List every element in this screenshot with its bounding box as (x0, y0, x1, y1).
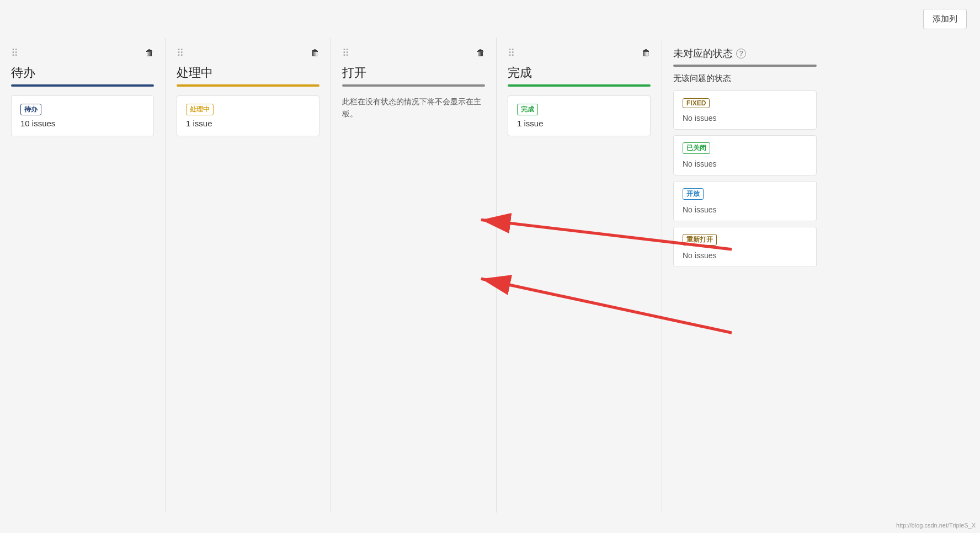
drag-handle-icon[interactable] (342, 47, 349, 59)
unmapped-card-fixed[interactable]: FIXED No issues (673, 90, 817, 130)
column-bar-done (508, 84, 651, 87)
help-icon[interactable]: ? (736, 49, 746, 58)
column-bar-open (342, 84, 485, 87)
delete-column-icon[interactable] (311, 48, 319, 58)
status-badge-todo: 待办 (20, 104, 41, 115)
status-badge-fixed: FIXED (683, 98, 710, 108)
column-bar-todo (11, 84, 154, 87)
card-inprogress[interactable]: 处理中 1 issue (177, 95, 319, 136)
delete-column-icon[interactable] (476, 48, 485, 58)
column-done: 完成 完成 1 issue (497, 38, 662, 513)
card-done[interactable]: 完成 1 issue (508, 95, 651, 136)
unmapped-subtitle: 无该问题的状态 (673, 73, 817, 84)
unmapped-column: 未对应的状态 ? 无该问题的状态 FIXED No issues 已关闭 No … (662, 38, 828, 513)
drag-handle-icon[interactable] (11, 47, 18, 59)
issue-count-done: 1 issue (517, 119, 641, 128)
no-issues-reopen: No issues (683, 251, 807, 260)
delete-column-icon[interactable] (145, 48, 154, 58)
delete-column-icon[interactable] (642, 48, 651, 58)
column-title-todo: 待办 (11, 65, 154, 81)
no-issues-fixed: No issues (683, 114, 807, 122)
unmapped-card-closed[interactable]: 已关闭 No issues (673, 135, 817, 175)
status-badge-reopen: 重新打开 (683, 234, 717, 246)
column-title-open: 打开 (342, 65, 485, 81)
status-badge-done: 完成 (517, 104, 538, 115)
unmapped-title: 未对应的状态 ? (673, 47, 817, 60)
add-column-button[interactable]: 添加列 (923, 9, 967, 29)
issue-count-inprogress: 1 issue (186, 119, 310, 128)
column-inprogress: 处理中 处理中 1 issue (166, 38, 331, 513)
issue-count-todo: 10 issues (20, 119, 145, 128)
no-issues-closed: No issues (683, 159, 807, 168)
column-header-open (342, 47, 485, 59)
drag-handle-icon[interactable] (177, 47, 184, 59)
status-badge-inprogress: 处理中 (186, 104, 214, 115)
no-issues-open: No issues (683, 205, 807, 214)
status-badge-open-unmapped: 开放 (683, 188, 704, 200)
column-title-done: 完成 (508, 65, 651, 81)
column-header-done (508, 47, 651, 59)
card-todo[interactable]: 待办 10 issues (11, 95, 154, 136)
column-open: 打开 此栏在没有状态的情况下将不会显示在主板。 (331, 38, 497, 513)
unmapped-card-open[interactable]: 开放 No issues (673, 181, 817, 221)
unmapped-title-text: 未对应的状态 (673, 47, 733, 60)
unmapped-bar (673, 65, 817, 67)
column-header-inprogress (177, 47, 319, 59)
unmapped-card-reopen[interactable]: 重新打开 No issues (673, 227, 817, 267)
empty-text-open: 此栏在没有状态的情况下将不会显示在主板。 (342, 95, 485, 120)
column-title-inprogress: 处理中 (177, 65, 319, 81)
status-badge-closed: 已关闭 (683, 142, 710, 154)
drag-handle-icon[interactable] (508, 47, 515, 59)
kanban-board: 待办 待办 10 issues 处理中 处理中 1 issue (0, 38, 980, 513)
column-todo: 待办 待办 10 issues (0, 38, 166, 513)
column-header-todo (11, 47, 154, 59)
watermark: http://blog.csdn.net/TripleS_X (896, 522, 976, 529)
column-bar-inprogress (177, 84, 319, 87)
